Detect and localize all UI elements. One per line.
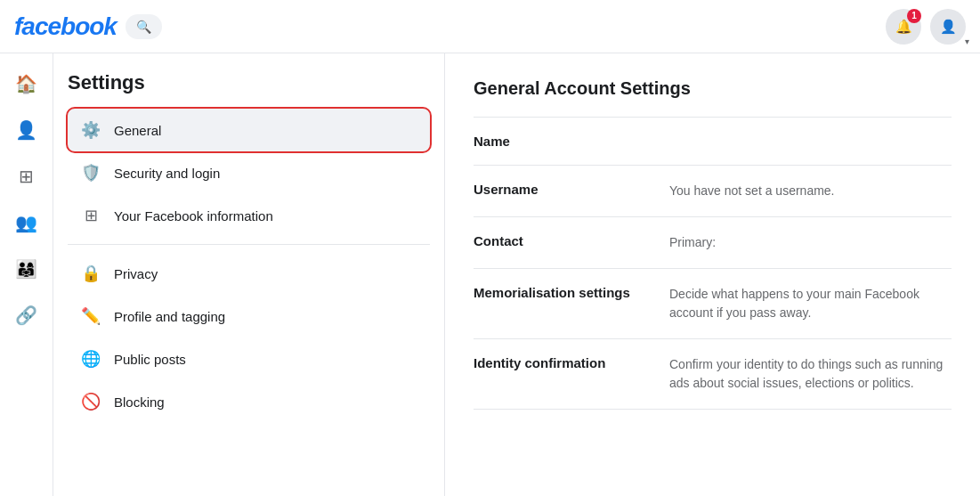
notifications-button[interactable]: 🔔 1 bbox=[886, 9, 921, 45]
setting-row-identity: Identity confirmation Confirm your ident… bbox=[474, 339, 952, 410]
public-posts-icon: 🌐 bbox=[78, 346, 103, 371]
profile-tagging-icon: ✏️ bbox=[78, 304, 103, 329]
setting-row-memorialisation: Memorialisation settings Decide what hap… bbox=[474, 269, 952, 339]
profile-avatar-icon: 👤 bbox=[940, 19, 957, 35]
profile-tagging-label: Profile and tagging bbox=[114, 309, 225, 324]
public-posts-label: Public posts bbox=[114, 352, 186, 367]
icon-sidebar: 🏠 👤 ⊞ 👥 👨‍👩‍👧 🔗 bbox=[0, 53, 53, 496]
username-label: Username bbox=[474, 182, 669, 197]
identity-label: Identity confirmation bbox=[474, 355, 669, 370]
notification-badge: 1 bbox=[907, 9, 921, 23]
settings-sidebar: Settings ⚙️ General 🛡️ Security and logi… bbox=[53, 53, 445, 496]
setting-row-username: Username You have not set a username. bbox=[474, 166, 952, 217]
general-icon: ⚙️ bbox=[78, 118, 103, 142]
security-label: Security and login bbox=[114, 166, 220, 181]
sidebar-icon-home[interactable]: 🏠 bbox=[7, 64, 46, 103]
settings-item-security[interactable]: 🛡️ Security and login bbox=[68, 151, 430, 194]
settings-item-profile-tagging[interactable]: ✏️ Profile and tagging bbox=[68, 295, 430, 337]
name-label: Name bbox=[474, 134, 669, 149]
sidebar-icon-apps[interactable]: ⊞ bbox=[7, 157, 46, 196]
settings-title: Settings bbox=[68, 71, 430, 94]
memorialisation-label: Memorialisation settings bbox=[474, 285, 669, 300]
privacy-icon: 🔒 bbox=[78, 261, 103, 286]
blocking-label: Blocking bbox=[114, 394, 165, 410]
identity-value: Confirm your identity to do things such … bbox=[669, 355, 952, 393]
facebook-logo: facebook bbox=[14, 12, 117, 41]
main-layout: 🏠 👤 ⊞ 👥 👨‍👩‍👧 🔗 Settings ⚙️ General 🛡️ S… bbox=[0, 53, 980, 496]
settings-item-blocking[interactable]: 🚫 Blocking bbox=[68, 380, 430, 423]
contact-label: Contact bbox=[474, 233, 669, 248]
settings-item-privacy[interactable]: 🔒 Privacy bbox=[68, 252, 430, 295]
setting-row-name: Name bbox=[474, 118, 952, 166]
general-label: General bbox=[114, 123, 161, 138]
setting-row-contact: Contact Primary: bbox=[474, 217, 952, 269]
settings-item-general[interactable]: ⚙️ General bbox=[68, 109, 430, 151]
sidebar-icon-links[interactable]: 🔗 bbox=[7, 296, 46, 335]
privacy-label: Privacy bbox=[114, 266, 158, 281]
search-icon: 🔍 bbox=[136, 20, 151, 34]
blocking-icon: 🚫 bbox=[78, 389, 103, 414]
memorialisation-value: Decide what happens to your main Faceboo… bbox=[669, 285, 952, 322]
facebook-info-label: Your Facebook information bbox=[114, 208, 273, 224]
search-box[interactable]: 🔍 bbox=[126, 14, 162, 39]
settings-item-facebook-info[interactable]: ⊞ Your Facebook information bbox=[68, 194, 430, 237]
sidebar-icon-groups[interactable]: 👨‍👩‍👧 bbox=[7, 249, 46, 289]
sidebar-icon-profile[interactable]: 👤 bbox=[7, 110, 46, 150]
page-title: General Account Settings bbox=[474, 78, 952, 99]
contact-value: Primary: bbox=[669, 233, 952, 252]
profile-menu-button[interactable]: 👤 bbox=[930, 9, 966, 45]
top-navigation: facebook 🔍 🔔 1 👤 bbox=[0, 0, 980, 53]
sidebar-icon-friends[interactable]: 👥 bbox=[7, 203, 46, 242]
security-icon: 🛡️ bbox=[78, 160, 103, 185]
main-content: General Account Settings Name Username Y… bbox=[445, 53, 980, 496]
username-value: You have not set a username. bbox=[669, 182, 952, 200]
settings-divider bbox=[68, 244, 430, 245]
facebook-info-icon: ⊞ bbox=[78, 203, 103, 228]
settings-item-public-posts[interactable]: 🌐 Public posts bbox=[68, 337, 430, 380]
right-icons: 🔔 1 👤 bbox=[886, 9, 966, 45]
